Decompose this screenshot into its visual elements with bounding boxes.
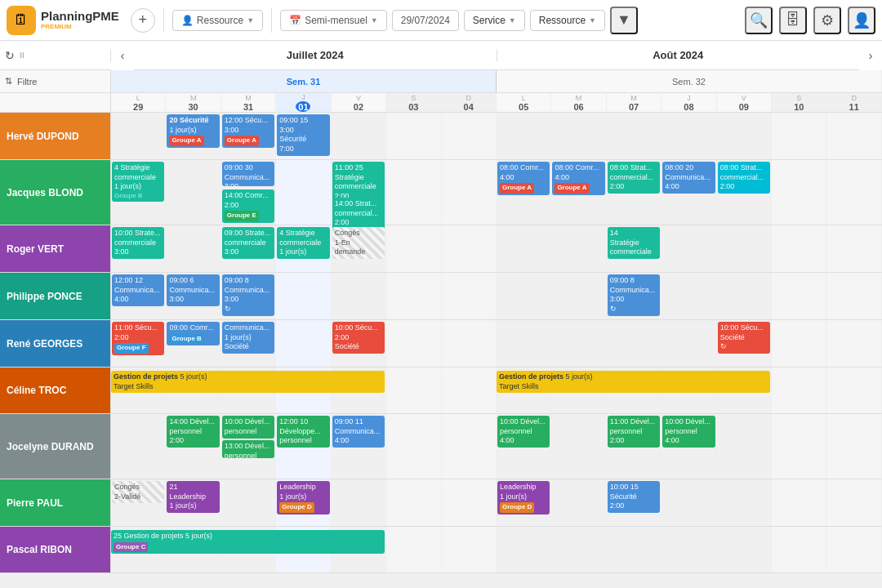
slot-rv-08[interactable] (662, 225, 716, 272)
slot-rg-10[interactable] (772, 320, 826, 367)
event-rg-09[interactable]: 10:00 Sécu... Société ↻ (718, 322, 770, 354)
slot-jd-29[interactable] (111, 414, 166, 479)
event-jb-07[interactable]: 08:00 Strat... commercial... 2:00 (608, 162, 660, 194)
event-pp2-05[interactable]: Leadership 1 jour(s) Groupe D (497, 481, 550, 514)
slot-rg-31[interactable]: Communica... 1 jour(s) Société (221, 320, 276, 367)
event-jb-31b[interactable]: 14:00 Comr... 2:00 Groupe E (222, 189, 274, 223)
slot-jb-29[interactable]: 4 Stratégie commerciale 1 jour(s) Groupe… (111, 160, 166, 225)
slot-rv-04[interactable] (442, 225, 497, 272)
event-jb-29[interactable]: 4 Stratégie commerciale 1 jour(s) Groupe… (112, 162, 164, 202)
event-jb-31a[interactable]: 09:00 30 Communica... 3:00 (222, 162, 274, 186)
slot-jd-31[interactable]: 10:00 Dével... personnel 13:00 Dével... … (221, 414, 276, 479)
event-jd-05[interactable]: 10:00 Dével... personnel 4:00 (497, 416, 550, 448)
slot-jd-05[interactable]: 10:00 Dével... personnel 4:00 (497, 414, 551, 479)
slot-ct-03[interactable] (386, 368, 441, 413)
slot-jd-10[interactable] (772, 414, 826, 479)
event-jb-09[interactable]: 08:00 Strat... commercial... 2:00 (718, 162, 770, 194)
slot-rv-05[interactable] (497, 225, 551, 272)
event-ct-span2[interactable]: Gestion de projets 5 jour(s) Target Skil… (497, 371, 770, 393)
slot-pr-06[interactable] (551, 527, 606, 572)
slot-jd-11[interactable] (826, 414, 881, 479)
slot-herve-04[interactable] (442, 113, 497, 159)
slot-rg-09[interactable]: 10:00 Sécu... Société ↻ (717, 320, 772, 367)
slot-pp-29[interactable]: 12:00 12 Communica... 4:00 (111, 273, 166, 319)
slot-rv-09[interactable] (717, 225, 772, 272)
slot-herve-05[interactable] (497, 113, 551, 159)
slot-jb-09[interactable]: 08:00 Strat... commercial... 2:00 (717, 160, 772, 225)
slot-pp2-01[interactable]: Leadership 1 jour(s) Groupe D (276, 479, 331, 526)
slot-rv-30[interactable] (166, 225, 220, 272)
slot-jd-09[interactable] (717, 414, 772, 479)
next-month-button[interactable]: › (859, 41, 882, 70)
slot-herve-10[interactable] (772, 113, 826, 159)
slot-jb-30[interactable] (166, 160, 220, 225)
prev-month-button[interactable]: ‹ (111, 41, 134, 70)
slot-pp2-02[interactable] (332, 479, 386, 526)
slot-jd-02[interactable]: 09:00 11 Communica... 4:00 (332, 414, 386, 479)
slot-herve-06[interactable] (551, 113, 606, 159)
slot-jb-07[interactable]: 08:00 Strat... commercial... 2:00 (607, 160, 662, 225)
slot-rv-01[interactable]: 4 Stratégie commerciale 1 jour(s) (276, 225, 331, 272)
add-button[interactable]: + (131, 8, 155, 33)
slot-jb-02[interactable]: 11:00 25 Stratégie commerciale 2:00 14:0… (332, 160, 386, 225)
slot-pp2-06[interactable] (551, 479, 606, 526)
slot-rv-11[interactable] (826, 225, 881, 272)
slot-herve-11[interactable] (826, 113, 881, 159)
event-jd-31a[interactable]: 10:00 Dével... personnel (222, 416, 274, 439)
event-jd-01[interactable]: 12:00 10 Développe... personnel (277, 416, 329, 448)
slot-pp2-04[interactable] (442, 479, 497, 526)
slot-herve-31[interactable]: 12:00 Sécu... 3:00 Groupe A (221, 113, 276, 159)
slot-pp-03[interactable] (386, 273, 441, 319)
database-button[interactable]: 🗄 (779, 7, 807, 34)
slot-rv-07[interactable]: 14 Stratégie commerciale (607, 225, 662, 272)
slot-pp2-29[interactable]: Congés 2-Validé (111, 479, 166, 526)
slot-rg-04[interactable] (442, 320, 497, 367)
slot-jb-01[interactable] (276, 160, 331, 225)
slot-pp-10[interactable] (772, 273, 826, 319)
slot-rv-06[interactable] (551, 225, 606, 272)
slot-pr-07[interactable] (607, 527, 662, 572)
slot-pp2-03[interactable] (386, 479, 441, 526)
event-jd-08[interactable]: 10:00 Dével... personnel 4:00 (662, 416, 715, 448)
resource2-dropdown[interactable]: Ressource ▼ (530, 10, 605, 31)
slot-pp2-31[interactable] (221, 479, 276, 526)
slot-pp-06[interactable] (551, 273, 606, 319)
slot-pr-11[interactable] (826, 527, 881, 572)
slot-rg-02[interactable]: 10:00 Sécu... 2:00 Société (332, 320, 386, 367)
slot-pr-03[interactable] (386, 527, 441, 572)
slot-rg-01[interactable] (276, 320, 331, 367)
slot-pr-04[interactable] (442, 527, 497, 572)
slot-jd-04[interactable] (442, 414, 497, 479)
event-jd-02[interactable]: 09:00 11 Communica... 4:00 (332, 416, 385, 448)
slot-rv-10[interactable] (772, 225, 826, 272)
event-rg-30[interactable]: 09:00 Comr... Groupe B (167, 322, 219, 345)
slot-ct-04[interactable] (442, 368, 497, 413)
event-pp-29[interactable]: 12:00 12 Communica... 4:00 (112, 274, 164, 306)
slot-rv-31[interactable]: 09:00 Strate... commerciale 3:00 (221, 225, 276, 272)
slot-ct-10[interactable] (772, 368, 826, 413)
event-pp2-01[interactable]: Leadership 1 jour(s) Groupe D (277, 481, 329, 514)
event-rg-29[interactable]: 11:00 Sécu... 2:00 Groupe F (112, 322, 164, 355)
search-button[interactable]: 🔍 (745, 7, 773, 34)
event-herve-01[interactable]: 09:00 15 3:00 Sécurité 7:00 (277, 114, 329, 156)
slot-herve-01[interactable]: 09:00 15 3:00 Sécurité 7:00 (276, 113, 331, 159)
event-jb-05[interactable]: 08:00 Comr... 4:00 Groupe A (497, 162, 550, 195)
date-button[interactable]: 29/07/2024 (392, 10, 459, 31)
slot-pp-30[interactable]: 09:00 6 Communica... 3:00 (166, 273, 220, 319)
slot-pp-08[interactable] (662, 273, 716, 319)
slot-rg-08[interactable] (662, 320, 716, 367)
event-rv-02-conge[interactable]: Congés 1-En demande (332, 227, 385, 259)
slot-pp-05[interactable] (497, 273, 551, 319)
refresh-button[interactable]: ↻ (5, 49, 15, 62)
slot-herve-02[interactable] (332, 113, 386, 159)
slot-jd-01[interactable]: 12:00 10 Développe... personnel (276, 414, 331, 479)
slot-jb-03[interactable] (386, 160, 441, 225)
slot-pp-11[interactable] (826, 273, 881, 319)
event-herve-31a[interactable]: 12:00 Sécu... 3:00 Groupe A (222, 114, 274, 148)
event-pp-07[interactable]: 09:00 8 Communica... 3:00 ↻ (608, 274, 660, 316)
slot-pr-10[interactable] (772, 527, 826, 572)
slot-jb-11[interactable] (826, 160, 881, 225)
slot-rg-07[interactable] (607, 320, 662, 367)
event-jb-02b[interactable]: 14:00 Strat... commercial... 2:00 (332, 198, 385, 229)
resource-button[interactable]: 👤 Ressource ▼ (172, 10, 263, 31)
